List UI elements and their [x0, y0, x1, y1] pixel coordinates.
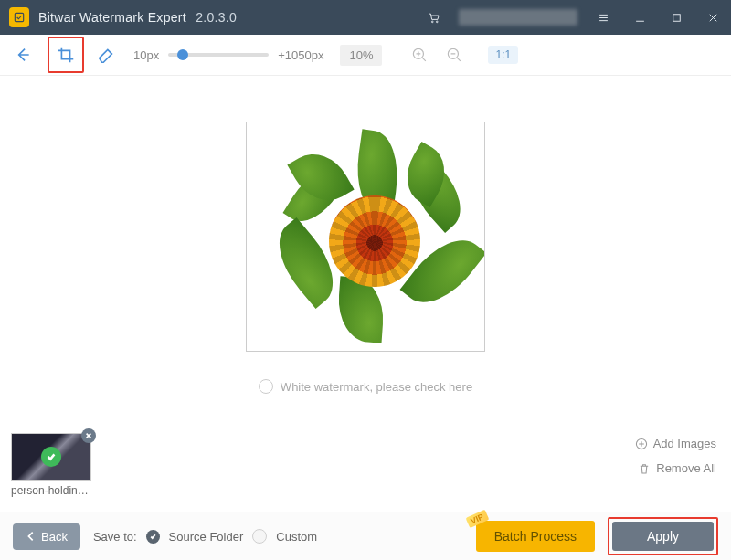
app-version: 2.0.3.0 [196, 10, 237, 25]
save-to-label: Save to: [93, 530, 137, 544]
back-label: Back [41, 530, 68, 544]
thumbnail-row: person-holding-fil... Add Images Remove … [0, 427, 731, 512]
source-folder-radio[interactable] [146, 530, 160, 544]
thumbnail-label: person-holding-fil... [11, 484, 90, 497]
apply-button[interactable]: Apply [612, 522, 714, 551]
size-max-label: +1050px [278, 48, 323, 62]
custom-radio[interactable] [252, 529, 267, 544]
menu-icon[interactable] [585, 0, 621, 35]
app-window: Bitwar Watermark Expert 2.0.3.0 10px +10… [0, 0, 731, 560]
thumbnail-item[interactable]: person-holding-fil... [11, 433, 90, 497]
back-button[interactable]: Back [13, 523, 80, 550]
trash-icon [638, 462, 651, 475]
add-images-label: Add Images [653, 437, 716, 450]
app-name: Bitwar Watermark Expert [38, 10, 186, 25]
thumbnail-remove-icon[interactable] [81, 428, 96, 443]
slider-thumb[interactable] [177, 49, 188, 60]
vip-badge: VIP [465, 510, 488, 528]
batch-label: Batch Process [494, 529, 577, 544]
size-min-label: 10px [133, 48, 159, 62]
cart-icon[interactable] [415, 0, 451, 35]
minimize-icon[interactable] [621, 0, 658, 35]
check-icon [41, 447, 61, 467]
white-watermark-hint[interactable]: White watermark, please check here [259, 379, 472, 394]
size-slider[interactable] [168, 53, 269, 57]
zoom-out-icon[interactable] [444, 45, 464, 65]
toolbar: 10px +1050px 10% 1:1 [0, 35, 731, 76]
brush-size-control: 10px +1050px [133, 48, 323, 62]
remove-all-label: Remove All [656, 461, 716, 475]
hint-text: White watermark, please check here [281, 380, 472, 394]
canvas-area: White watermark, please check here [0, 76, 731, 427]
zoom-level: 10% [340, 45, 382, 66]
footer: Back Save to: Source Folder Custom VIP B… [0, 512, 731, 560]
batch-process-button[interactable]: VIP Batch Process [476, 521, 595, 552]
maximize-icon[interactable] [658, 0, 694, 35]
apply-label: Apply [647, 529, 679, 544]
crop-tool-button[interactable] [48, 37, 84, 73]
flower-image [256, 132, 475, 342]
titlebar: Bitwar Watermark Expert 2.0.3.0 [0, 0, 731, 35]
app-logo-icon [9, 7, 29, 27]
svg-rect-3 [673, 14, 680, 21]
svg-point-1 [431, 21, 433, 23]
back-arrow-icon [26, 531, 37, 542]
zoom-in-icon[interactable] [409, 45, 429, 65]
close-icon[interactable] [694, 0, 731, 35]
thumbnail-image[interactable] [11, 433, 91, 481]
account-area[interactable] [459, 9, 577, 26]
app-title: Bitwar Watermark Expert 2.0.3.0 [38, 10, 237, 25]
undo-button[interactable] [9, 38, 42, 71]
eraser-tool-button[interactable] [90, 38, 122, 71]
ratio-button[interactable]: 1:1 [488, 46, 518, 64]
svg-point-2 [436, 21, 438, 23]
save-to-group: Save to: Source Folder Custom [93, 529, 317, 544]
image-preview[interactable] [246, 122, 485, 352]
plus-circle-icon [635, 438, 648, 450]
custom-label: Custom [276, 530, 317, 544]
add-images-link[interactable]: Add Images [635, 437, 716, 450]
source-folder-label: Source Folder [169, 530, 244, 544]
svg-rect-0 [15, 13, 23, 21]
apply-highlight: Apply [608, 517, 718, 555]
remove-all-link[interactable]: Remove All [638, 461, 716, 475]
radio-empty-icon[interactable] [259, 379, 273, 394]
